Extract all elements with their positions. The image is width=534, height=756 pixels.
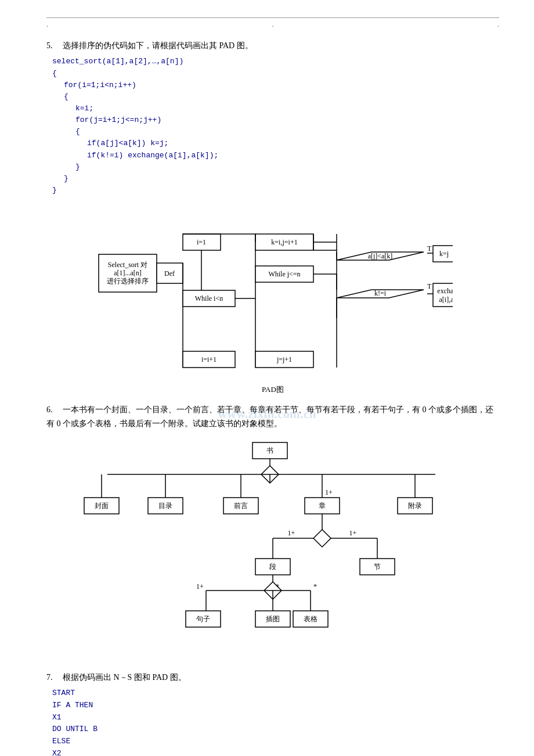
svg-text:附录: 附录	[408, 502, 422, 510]
svg-text:T: T	[427, 244, 432, 253]
svg-text:k=j: k=j	[439, 250, 449, 258]
svg-text:k!=i: k!=i	[374, 289, 387, 297]
pad-diagram-container: Select_sort 对 a[1]...a[n] 进行选择排序 Def i=1…	[46, 202, 499, 382]
header-dot2: .	[272, 20, 274, 29]
code-line-4: {	[64, 91, 499, 103]
section6: 6. 一本书有一个封面、一个目录、一个前言、若干章、每章有若干节、每节有若干段，…	[46, 403, 499, 663]
svg-text:章: 章	[319, 502, 326, 510]
section5: 5. 选择排序的伪代码如下，请根据代码画出其 PAD 图。 select_sor…	[46, 39, 499, 395]
page: . . . 5. 选择排序的伪代码如下，请根据代码画出其 PAD 图。 sele…	[0, 0, 534, 756]
svg-text:a[i],a[k]): a[i],a[k])	[439, 296, 453, 304]
svg-text:表格: 表格	[304, 615, 317, 623]
svg-text:前言: 前言	[234, 502, 248, 510]
svg-text:1+: 1+	[196, 582, 204, 591]
code-line-12: }	[52, 185, 499, 196]
svg-text:k=i,j=i+1: k=i,j=i+1	[271, 238, 297, 246]
code-line-1: select_sort(a[1],a[2],…,a[n])	[52, 56, 499, 67]
svg-text:句子: 句子	[196, 615, 210, 623]
svg-text:段: 段	[269, 563, 276, 571]
page-header: . . .	[46, 17, 499, 29]
header-dot3: .	[497, 20, 499, 29]
svg-text:j=j+1: j=j+1	[276, 355, 292, 363]
svg-text:Select_sort 对: Select_sort 对	[108, 261, 147, 269]
svg-text:a[j]<a[k]: a[j]<a[k]	[368, 252, 393, 260]
svg-text:1+: 1+	[325, 488, 333, 496]
code-line-10: }	[75, 161, 499, 173]
section5-title: 5. 选择排序的伪代码如下，请根据代码画出其 PAD 图。	[46, 39, 499, 52]
s7-line-2: IF A THEN	[52, 700, 499, 712]
code-line-2: {	[52, 68, 499, 80]
s7-line-4: DO UNTIL B	[52, 723, 499, 736]
obj-model-svg: 书 封面 目录 前言	[70, 437, 476, 663]
code-line-9: if(k!=i) exchange(a[i],a[k]);	[87, 150, 499, 161]
svg-text:T: T	[427, 282, 432, 290]
code-line-7: {	[75, 126, 499, 138]
svg-text:While j<=n: While j<=n	[268, 270, 300, 278]
s7-line-1: START	[52, 687, 499, 700]
svg-text:exchange(: exchange(	[437, 287, 453, 295]
section7: 7. 根据伪码画出 N－S 图和 PAD 图。 START IF A THEN …	[46, 671, 499, 756]
s7-line-3: X1	[52, 712, 499, 724]
code-line-8: if(a[j]<a[k]) k=j;	[87, 138, 499, 149]
svg-text:目录: 目录	[158, 502, 172, 510]
header-dot1: .	[46, 20, 48, 29]
code-line-6: for(j=i+1;j<=n;j++)	[75, 114, 499, 126]
svg-text:While i<n: While i<n	[195, 294, 223, 303]
section5-code: select_sort(a[1],a[2],…,a[n]) { for(i=1;…	[52, 56, 499, 196]
svg-text:Def: Def	[164, 269, 175, 278]
svg-text:书: 书	[266, 447, 273, 455]
svg-text:插图: 插图	[266, 615, 280, 623]
svg-text:封面: 封面	[95, 502, 109, 510]
section6-title: 6. 一本书有一个封面、一个目录、一个前言、若干章、每章有若干节、每节有若干段，…	[46, 403, 499, 431]
svg-text:i=1: i=1	[197, 238, 206, 246]
svg-text:*: *	[276, 582, 279, 591]
pad-diagram-label: PAD图	[46, 384, 499, 395]
code-line-3: for(i=1;i<n;i++)	[64, 80, 499, 91]
code-line-5: k=i;	[75, 103, 499, 114]
svg-text:*: *	[313, 582, 317, 591]
s7-line-5: ELSE	[52, 736, 499, 748]
svg-text:节: 节	[374, 563, 381, 571]
svg-text:1+: 1+	[349, 529, 357, 537]
svg-text:进行选择排序: 进行选择排序	[107, 277, 149, 285]
obj-model-container: 书 封面 目录 前言	[46, 437, 499, 663]
svg-text:i=i+1: i=i+1	[201, 355, 217, 363]
code-line-11: }	[64, 173, 499, 185]
svg-text:a[1]...a[n]: a[1]...a[n]	[114, 269, 142, 277]
svg-text:1+: 1+	[288, 529, 295, 537]
svg-marker-68	[313, 530, 331, 547]
section7-title: 7. 根据伪码画出 N－S 图和 PAD 图。	[46, 671, 499, 684]
section7-code: START IF A THEN X1 DO UNTIL B ELSE X2 Y …	[52, 687, 499, 756]
s7-line-6: X2	[52, 748, 499, 756]
pad-diagram-svg: Select_sort 对 a[1]...a[n] 进行选择排序 Def i=1…	[93, 202, 453, 382]
